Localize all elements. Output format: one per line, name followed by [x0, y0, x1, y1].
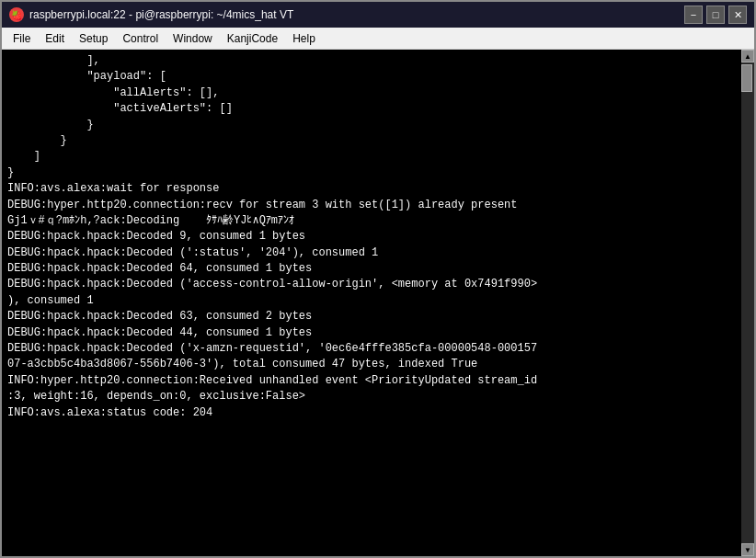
window-controls: − □ ✕	[684, 6, 747, 24]
titlebar: 🍓 raspberrypi.local:22 - pi@raspberrypi:…	[2, 2, 754, 28]
terminal-window: 🍓 raspberrypi.local:22 - pi@raspberrypi:…	[0, 0, 756, 558]
menubar: File Edit Setup Control Window KanjiCode…	[2, 28, 754, 50]
menu-kanjicode[interactable]: KanjiCode	[220, 30, 285, 47]
scrollbar-thumb[interactable]	[741, 64, 752, 92]
menu-setup[interactable]: Setup	[72, 30, 115, 47]
menu-edit[interactable]: Edit	[38, 30, 72, 47]
app-icon: 🍓	[9, 7, 24, 22]
scrollbar-down-button[interactable]: ▼	[741, 543, 754, 556]
scrollbar-up-button[interactable]: ▲	[741, 50, 754, 63]
menu-help[interactable]: Help	[285, 30, 323, 47]
minimize-button[interactable]: −	[684, 6, 703, 24]
scrollbar-track[interactable]	[741, 63, 754, 543]
menu-file[interactable]: File	[6, 30, 38, 47]
terminal-output[interactable]: ], "payload": [ "allAlerts": [], "active…	[2, 50, 741, 556]
scrollbar: ▲ ▼	[741, 50, 754, 556]
terminal-container: ], "payload": [ "allAlerts": [], "active…	[2, 50, 754, 556]
menu-window[interactable]: Window	[166, 30, 220, 47]
menu-control[interactable]: Control	[115, 30, 166, 47]
close-button[interactable]: ✕	[728, 6, 747, 24]
window-title: raspberrypi.local:22 - pi@raspberrypi: ~…	[29, 8, 679, 21]
maximize-button[interactable]: □	[706, 6, 725, 24]
